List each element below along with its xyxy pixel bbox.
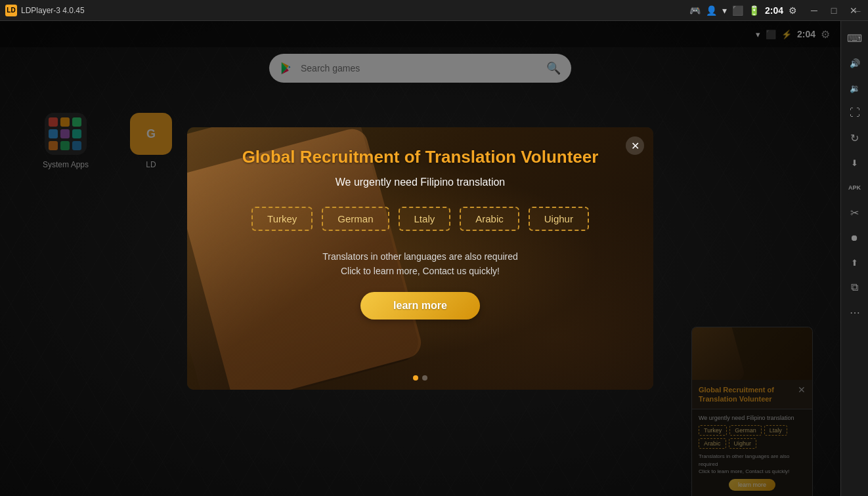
recruitment-modal: ✕ Global Recruitment of Translation Volu… <box>187 127 653 390</box>
modal-overlay: ✕ Global Recruitment of Translation Volu… <box>0 21 840 496</box>
modal-close-button[interactable]: ✕ <box>626 136 644 155</box>
emulator-area: ▾ ⬛ ⚡ 2:04 ⚙ <box>0 21 868 496</box>
side-toolbar: ⌨ 🔊 🔉 ⛶ ↻ ⬇ APK ✂ ⏺ ⬆ ⧉ ⋯ <box>840 21 868 496</box>
maximize-button[interactable]: □ <box>825 3 843 18</box>
gamepad-icon: 🎮 <box>689 5 701 16</box>
cut-icon[interactable]: ✂ <box>843 201 867 224</box>
lang-tag-turkey[interactable]: Turkey <box>251 207 313 231</box>
modal-description: Translators in other languages are also … <box>322 249 518 279</box>
multi-icon[interactable]: ⧉ <box>843 276 867 299</box>
import-icon[interactable]: ⬆ <box>843 251 867 274</box>
volume-up-icon[interactable]: 🔊 <box>843 51 867 75</box>
nav-back-button[interactable]: ← <box>847 3 868 19</box>
record-icon[interactable]: ⏺ <box>843 226 867 249</box>
title-bar: LD LDPlayer-3 4.0.45 🎮 👤 ▾ ⬛ 🔋 2:04 ⚙ ─ … <box>0 0 868 21</box>
user-icon: 👤 <box>706 5 717 16</box>
volume-down-icon[interactable]: 🔉 <box>843 76 867 100</box>
app-title: LDPlayer-3 4.0.45 <box>21 6 85 15</box>
modal-subtitle: We urgently need Filipino translation <box>336 176 506 188</box>
lang-tag-uighur[interactable]: Uighur <box>529 207 589 231</box>
more-icon[interactable]: ⋯ <box>843 300 867 324</box>
lang-tag-arabic[interactable]: Arabic <box>460 207 519 231</box>
android-screen: ▾ ⬛ ⚡ 2:04 ⚙ <box>0 21 840 496</box>
app-logo: LD <box>5 5 17 16</box>
modal-content: Global Recruitment of Translation Volunt… <box>187 127 653 390</box>
apk-icon[interactable]: APK <box>843 176 867 199</box>
install-icon[interactable]: ⬇ <box>843 151 867 175</box>
settings-tray-icon[interactable]: ⚙ <box>789 5 797 16</box>
system-tray: 🎮 👤 ▾ ⬛ 🔋 2:04 ⚙ <box>689 5 797 16</box>
signal-icon: ⬛ <box>732 5 743 16</box>
learn-more-button[interactable]: learn more <box>360 292 480 320</box>
screenshot-icon[interactable]: ⛶ <box>843 101 867 125</box>
wifi-icon: ▾ <box>722 5 727 16</box>
tray-time: 2:04 <box>765 5 783 16</box>
battery-tray-icon: 🔋 <box>749 5 760 16</box>
lang-tag-german[interactable]: German <box>322 207 389 231</box>
minimize-button[interactable]: ─ <box>805 3 823 18</box>
lang-tag-ltaly[interactable]: Ltaly <box>399 207 451 231</box>
modal-title: Global Recruitment of Translation Volunt… <box>242 147 599 167</box>
title-bar-left: LD LDPlayer-3 4.0.45 <box>5 5 85 16</box>
language-tags: Turkey German Ltaly Arabic Uighur <box>251 207 589 231</box>
keyboard-icon[interactable]: ⌨ <box>843 26 867 50</box>
rotate-icon[interactable]: ↻ <box>843 126 867 150</box>
